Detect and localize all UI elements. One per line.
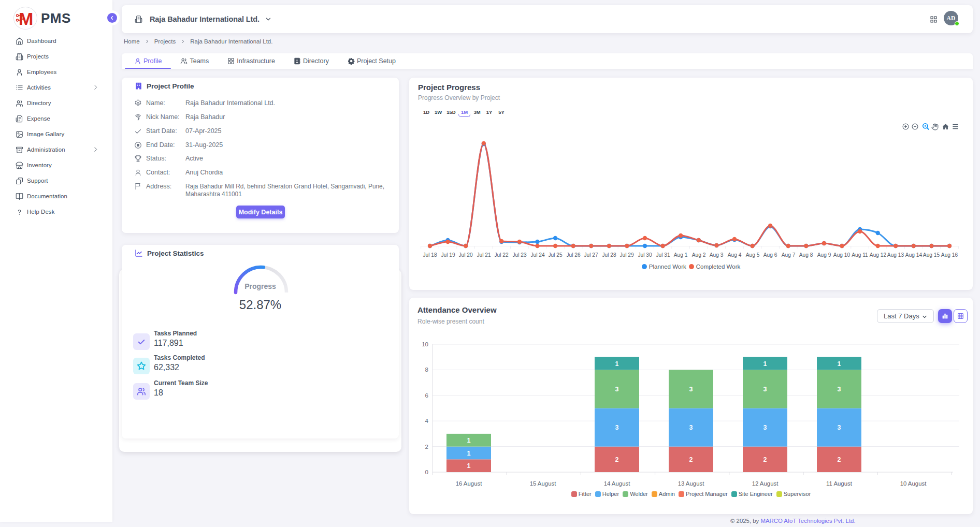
svg-text:Aug 11: Aug 11 [852, 252, 868, 258]
svg-text:Aug 15: Aug 15 [923, 252, 940, 258]
svg-text:1: 1 [838, 360, 841, 368]
svg-text:Aug 13: Aug 13 [887, 252, 904, 258]
svg-text:Jul 18: Jul 18 [423, 252, 437, 258]
svg-text:Jul 23: Jul 23 [512, 252, 527, 258]
svg-text:12 August: 12 August [752, 480, 779, 487]
svg-text:Aug 16: Aug 16 [941, 252, 958, 258]
svg-text:3: 3 [838, 424, 841, 431]
svg-text:8: 8 [425, 367, 428, 373]
svg-text:Aug 14: Aug 14 [905, 252, 923, 258]
svg-text:Jul 22: Jul 22 [494, 252, 509, 258]
svg-text:3: 3 [615, 424, 619, 431]
svg-text:Aug 12: Aug 12 [870, 252, 887, 258]
svg-text:Jul 31: Jul 31 [656, 252, 670, 258]
svg-text:Aug 9: Aug 9 [817, 252, 831, 258]
svg-text:2: 2 [689, 456, 693, 463]
svg-text:13 August: 13 August [678, 480, 705, 487]
svg-text:1: 1 [763, 360, 767, 368]
svg-text:Jul 24: Jul 24 [530, 252, 545, 258]
svg-text:Aug 3: Aug 3 [710, 252, 724, 258]
svg-text:3: 3 [689, 424, 693, 431]
svg-text:Aug 6: Aug 6 [763, 252, 777, 258]
svg-text:Jul 21: Jul 21 [477, 252, 491, 258]
svg-text:Aug 5: Aug 5 [746, 252, 760, 258]
svg-text:Jul 30: Jul 30 [638, 252, 652, 258]
svg-text:Aug 10: Aug 10 [833, 252, 851, 258]
svg-text:11 August: 11 August [826, 480, 853, 487]
svg-text:Aug 1: Aug 1 [674, 252, 688, 258]
svg-text:Jul 27: Jul 27 [584, 252, 598, 258]
svg-text:6: 6 [425, 392, 428, 399]
svg-text:4: 4 [425, 418, 429, 424]
svg-text:Aug 7: Aug 7 [782, 252, 796, 258]
svg-text:Aug 4: Aug 4 [728, 252, 742, 258]
svg-text:16 August: 16 August [456, 480, 483, 487]
svg-text:3: 3 [689, 386, 693, 393]
svg-text:3: 3 [763, 386, 767, 393]
svg-text:15 August: 15 August [530, 480, 557, 487]
svg-text:2: 2 [838, 456, 841, 463]
svg-text:Jul 19: Jul 19 [441, 252, 455, 258]
svg-text:Jul 20: Jul 20 [458, 252, 473, 258]
svg-text:10 August: 10 August [900, 480, 927, 487]
svg-text:Jul 28: Jul 28 [602, 252, 616, 258]
svg-text:3: 3 [763, 424, 767, 431]
svg-text:Jul 25: Jul 25 [548, 252, 563, 258]
svg-text:0: 0 [425, 469, 428, 475]
svg-text:Jul 26: Jul 26 [566, 252, 581, 258]
svg-text:1: 1 [615, 360, 619, 368]
svg-text:2: 2 [763, 456, 767, 463]
svg-text:3: 3 [838, 386, 841, 393]
svg-text:Jul 29: Jul 29 [619, 252, 634, 258]
svg-text:1: 1 [467, 437, 471, 444]
svg-text:M: M [19, 9, 33, 28]
svg-text:3: 3 [615, 386, 619, 393]
svg-text:1: 1 [467, 462, 471, 470]
svg-text:Aug 2: Aug 2 [692, 252, 706, 258]
svg-text:1: 1 [467, 450, 471, 457]
svg-text:2: 2 [615, 456, 619, 463]
svg-text:Aug 8: Aug 8 [799, 252, 813, 258]
svg-text:2: 2 [425, 444, 428, 450]
svg-text:10: 10 [422, 341, 428, 347]
svg-text:14 August: 14 August [604, 480, 631, 487]
